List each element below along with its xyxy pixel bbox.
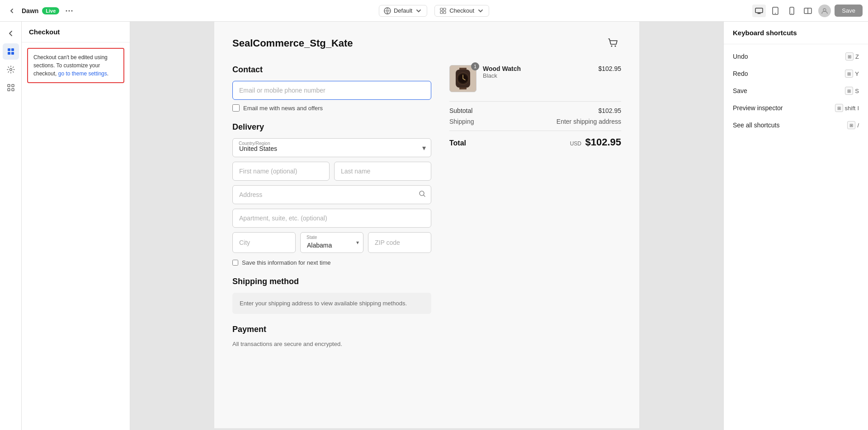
shortcut-preview: Preview inspector ⊞ shift I: [724, 99, 868, 117]
payment-section: Payment All transactions are secure and …: [232, 325, 431, 347]
save-button[interactable]: Save: [835, 5, 863, 17]
product-image-wrap: 1: [449, 65, 476, 92]
order-summary: 1 Wood Watch Black $102.95 Subtotal $102: [449, 65, 621, 353]
device-icons: [752, 5, 815, 17]
svg-point-0: [66, 10, 67, 11]
checkout-error-box: Checkout can't be edited using sections.…: [27, 48, 124, 83]
theme-selector[interactable]: Default: [379, 5, 427, 17]
save-info-checkbox[interactable]: [232, 260, 238, 266]
panel-title: Checkout: [22, 22, 130, 42]
svg-rect-16: [11, 48, 14, 51]
page-label: Checkout: [449, 7, 474, 14]
more-button[interactable]: [63, 5, 75, 17]
shortcut-list: Undo ⊞ Z Redo ⊞ Y Save ⊞ S: [724, 44, 868, 430]
contact-section: Contact Email me with news and offers: [232, 65, 431, 112]
cart-icon-button[interactable]: [605, 35, 621, 51]
svg-rect-5: [443, 8, 446, 10]
total-label: Total: [449, 139, 466, 147]
sidebar-back-icon[interactable]: [3, 25, 19, 42]
save-key-letter: S: [855, 88, 859, 94]
svg-rect-23: [12, 89, 14, 91]
mobile-view-button[interactable]: [785, 5, 798, 17]
address-input-wrap: [232, 185, 431, 204]
payment-sub: All transactions are secure and encrypte…: [232, 341, 431, 347]
shortcut-save-label: Save: [733, 87, 747, 94]
summary-divider-top: [449, 101, 621, 102]
cmd-key-icon-save: ⊞: [845, 87, 853, 95]
product-badge: 1: [471, 62, 479, 70]
checkout-header: SealCommerce_Stg_Kate: [232, 35, 621, 51]
country-label: Country/Region: [239, 141, 270, 146]
last-name-input[interactable]: [334, 162, 431, 181]
shortcut-undo-label: Undo: [733, 53, 748, 60]
shipping-section: Shipping method Enter your shipping addr…: [232, 277, 431, 314]
all-key-letter: /: [857, 122, 859, 129]
store-name: Dawn: [22, 7, 38, 14]
shortcut-preview-keys: ⊞ shift I: [835, 104, 859, 112]
sidebar-settings-icon[interactable]: [3, 61, 19, 78]
email-input[interactable]: [232, 81, 431, 100]
state-select-wrap: State Alabama ▾: [300, 232, 363, 253]
shortcut-all-keys: ⊞ /: [847, 121, 859, 129]
first-name-input[interactable]: [232, 162, 330, 181]
theme-settings-link[interactable]: go to theme settings: [58, 70, 107, 77]
tablet-view-button[interactable]: [769, 5, 782, 17]
save-info-row: Save this information for next time: [232, 259, 431, 266]
shortcut-undo-keys: ⊞ Z: [845, 52, 859, 61]
email-offers-label: Email me with news and offers: [243, 105, 323, 112]
svg-point-12: [792, 13, 793, 14]
product-name: Wood Watch: [483, 65, 592, 72]
svg-rect-8: [755, 8, 763, 13]
svg-point-1: [69, 10, 70, 11]
product-variant: Black: [483, 72, 592, 79]
split-view-button[interactable]: [801, 5, 815, 17]
svg-rect-22: [8, 89, 10, 91]
city-input[interactable]: [232, 232, 296, 253]
svg-point-10: [775, 13, 776, 14]
payment-title: Payment: [232, 325, 431, 334]
svg-point-19: [9, 69, 12, 71]
svg-rect-20: [8, 84, 10, 87]
shortcut-all-label: See all shortcuts: [733, 122, 780, 129]
live-badge: Live: [42, 7, 59, 14]
sidebar-sections-icon[interactable]: [3, 43, 19, 60]
keyboard-shortcuts-panel: Keyboard shortcuts Undo ⊞ Z Redo ⊞ Y Sav…: [723, 22, 868, 430]
sidebar-apps-icon[interactable]: [3, 79, 19, 96]
shortcut-preview-label: Preview inspector: [733, 104, 783, 112]
shipping-info-text: Enter your shipping address to view avai…: [240, 300, 407, 307]
summary-divider-bottom: [449, 131, 621, 131]
delivery-section: Delivery Country/Region United States ▾: [232, 122, 431, 266]
topbar: Dawn Live Default Checkout: [0, 0, 868, 22]
apartment-input[interactable]: [232, 209, 431, 228]
product-info: Wood Watch Black: [483, 65, 592, 79]
cmd-key-icon-all: ⊞: [847, 121, 855, 129]
keyboard-shortcuts-title: Keyboard shortcuts: [724, 22, 868, 44]
svg-point-24: [611, 46, 613, 47]
product-price: $102.95: [598, 65, 621, 72]
email-offers-checkbox[interactable]: [232, 104, 240, 112]
avatar: [818, 5, 831, 17]
total-currency: USD: [570, 140, 581, 147]
name-row: [232, 162, 431, 181]
total-amount: $102.95: [585, 136, 621, 148]
subtotal-label: Subtotal: [449, 107, 472, 114]
contact-title: Contact: [232, 65, 431, 75]
svg-rect-4: [440, 8, 443, 10]
shortcut-redo-label: Redo: [733, 70, 748, 77]
address-input[interactable]: [232, 185, 431, 204]
cmd-key-icon: ⊞: [845, 52, 854, 61]
page-selector[interactable]: Checkout: [434, 5, 489, 17]
panel-sidebar: Checkout Checkout can't be edited using …: [22, 22, 130, 430]
shortcut-save-keys: ⊞ S: [845, 87, 859, 95]
topbar-left: Dawn Live: [5, 5, 749, 17]
subtotal-value: $102.95: [598, 107, 621, 114]
cmd-key-icon-redo: ⊞: [845, 70, 853, 78]
zip-input[interactable]: [368, 232, 431, 253]
shipping-label: Shipping: [449, 118, 474, 125]
shortcut-redo-keys: ⊞ Y: [845, 70, 859, 78]
desktop-view-button[interactable]: [752, 5, 766, 17]
canvas-scroll[interactable]: SealCommerce_Stg_Kate Contact: [130, 22, 723, 430]
state-select[interactable]: Alabama: [300, 232, 363, 253]
checkout-preview: SealCommerce_Stg_Kate Contact: [214, 22, 639, 428]
back-button[interactable]: [5, 5, 18, 17]
